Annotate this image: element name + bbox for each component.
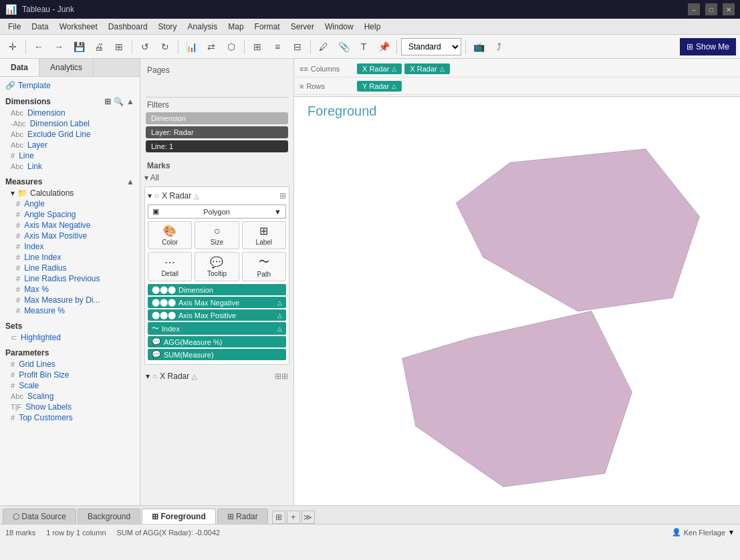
tab-resize-btn[interactable]: ⊞: [272, 511, 285, 524]
calc-line-radius[interactable]: # Line Radius: [5, 263, 140, 273]
close-button[interactable]: ✕: [723, 3, 735, 15]
show-me-button[interactable]: ⊞ Show Me: [680, 38, 736, 55]
param-show-labels[interactable]: T|F Show Labels: [0, 402, 140, 412]
fit-button[interactable]: ⊞: [249, 38, 266, 55]
detail-button[interactable]: ⋯ Detail: [148, 252, 192, 281]
redo-button[interactable]: ↻: [156, 38, 174, 55]
pin-icon[interactable]: 📌: [375, 38, 392, 55]
tab-foreground[interactable]: ⊞ Foreground: [142, 509, 216, 524]
calc-line-radius-prev[interactable]: # Line Radius Previous: [5, 273, 140, 284]
tooltip-button[interactable]: 💬 Tooltip: [195, 252, 239, 281]
filter-dimension[interactable]: Dimension: [146, 112, 288, 124]
dim-dimension-label[interactable]: -Abc Dimension Label: [0, 118, 140, 129]
param-scaling[interactable]: Abc Scaling: [0, 391, 140, 402]
filter-layer-radar[interactable]: Layer: Radar: [146, 126, 288, 138]
dim-dimension[interactable]: Abc Dimension: [0, 108, 140, 118]
col-icon[interactable]: ≡: [269, 38, 286, 55]
menu-help[interactable]: Help: [359, 21, 386, 33]
menu-analysis[interactable]: Analysis: [182, 21, 223, 33]
tab-nav-btn[interactable]: ≫: [301, 511, 315, 524]
sort-icon[interactable]: ⬡: [223, 38, 240, 55]
expand-icon[interactable]: ▲: [126, 97, 134, 106]
x-radar-2-collapse[interactable]: ▾: [146, 372, 150, 381]
view-dropdown[interactable]: Standard: [401, 38, 461, 55]
calc-index[interactable]: # Index: [5, 241, 140, 252]
menu-window[interactable]: Window: [320, 21, 359, 33]
pill-axis-max-pos[interactable]: ⬤⬤⬤ Axis Max Positive △: [148, 309, 286, 321]
menu-story[interactable]: Story: [153, 21, 182, 33]
data-source-button[interactable]: ⊞: [110, 38, 128, 55]
user-dropdown-btn[interactable]: ▼: [728, 529, 735, 536]
calc-line-index[interactable]: # Line Index: [5, 252, 140, 263]
columns-pill-1[interactable]: X Radar △: [357, 63, 402, 74]
menu-server[interactable]: Server: [285, 21, 320, 33]
dim-layer[interactable]: Abc Layer: [0, 140, 140, 150]
calc-measure-pct[interactable]: # Measure %: [5, 305, 140, 316]
row-icon[interactable]: ⊟: [289, 38, 306, 55]
dim-exclude-grid-line[interactable]: Abc Exclude Grid Line: [0, 129, 140, 140]
highlight-icon[interactable]: 🖊: [315, 38, 332, 55]
menu-data[interactable]: Data: [26, 21, 53, 33]
calc-max-pct[interactable]: # Max %: [5, 284, 140, 295]
pill-dots-icon-3: ⬤⬤⬤: [152, 311, 176, 319]
label-button[interactable]: ⊞ Label: [242, 221, 286, 249]
tab-background[interactable]: Background: [78, 509, 140, 524]
pill-agg-measure[interactable]: 💬 AGG(Measure %): [148, 336, 286, 347]
calc-angle[interactable]: # Angle: [5, 198, 140, 209]
annotation-icon[interactable]: 📎: [335, 38, 352, 55]
menu-file[interactable]: File: [3, 21, 26, 33]
tab-analytics[interactable]: Analytics: [39, 59, 94, 76]
x-radar-grid-icon[interactable]: ⊞: [279, 191, 286, 200]
save-button[interactable]: 💾: [70, 38, 88, 55]
share-icon[interactable]: ⤴: [490, 38, 507, 55]
menu-dashboard[interactable]: Dashboard: [103, 21, 153, 33]
tab-radar[interactable]: ⊞ Radar: [217, 509, 268, 524]
rows-pill-1[interactable]: Y Radar △: [357, 81, 402, 92]
swap-icon[interactable]: ⇄: [203, 38, 220, 55]
tab-add-btn[interactable]: +: [287, 511, 300, 524]
param-grid-lines[interactable]: # Grid Lines: [0, 359, 140, 370]
param-scale[interactable]: # Scale: [0, 380, 140, 391]
bar-chart-icon[interactable]: 📊: [182, 38, 200, 55]
pill-sum-measure[interactable]: 💬 SUM(Measure): [148, 349, 286, 360]
back-button[interactable]: ←: [30, 38, 47, 55]
pill-index[interactable]: 〜 Index △: [148, 322, 286, 335]
calc-axis-max-negative[interactable]: # Axis Max Negative: [5, 220, 140, 231]
maximize-button[interactable]: □: [705, 3, 717, 15]
menu-worksheet[interactable]: Worksheet: [54, 21, 103, 33]
crosshair-icon[interactable]: ✛: [4, 38, 21, 55]
tab-data[interactable]: Data: [0, 59, 39, 76]
mark-type-dropdown[interactable]: ▣ Polygon ▼: [148, 204, 286, 219]
print-button[interactable]: 🖨: [90, 38, 108, 55]
menu-map[interactable]: Map: [223, 21, 249, 33]
filter-line-1[interactable]: Line: 1: [146, 140, 288, 152]
template-row[interactable]: 🔗 Template: [0, 80, 140, 92]
grid-icon[interactable]: ⊞: [104, 97, 111, 106]
menu-format[interactable]: Format: [249, 21, 285, 33]
present-icon[interactable]: 📺: [470, 38, 487, 55]
x-radar-collapse[interactable]: ▾: [148, 191, 152, 200]
dim-link[interactable]: Abc Link: [0, 161, 140, 172]
x-radar-2-grid-icon[interactable]: ⊞⊞: [275, 372, 288, 381]
undo-button[interactable]: ↺: [136, 38, 154, 55]
color-button[interactable]: 🎨 Color: [148, 221, 192, 249]
param-profit-bin[interactable]: # Profit Bin Size: [0, 370, 140, 380]
size-button[interactable]: ○ Size: [195, 221, 239, 249]
calc-max-measure-di[interactable]: # Max Measure by Di...: [5, 295, 140, 305]
param-top-customers[interactable]: # Top Customers: [0, 412, 140, 423]
calc-axis-max-positive[interactable]: # Axis Max Positive: [5, 231, 140, 241]
search-icon[interactable]: 🔍: [114, 97, 124, 106]
calculations-header[interactable]: ▾ 📁 Calculations: [5, 188, 140, 198]
pill-dimension[interactable]: ⬤⬤⬤ Dimension: [148, 284, 286, 295]
calc-angle-spacing[interactable]: # Angle Spacing: [5, 209, 140, 220]
set-highlighted[interactable]: ⊂ Highlighted: [0, 332, 140, 343]
path-button[interactable]: 〜 Path: [242, 252, 286, 281]
measures-expand[interactable]: ▲: [126, 177, 134, 186]
minimize-button[interactable]: –: [688, 3, 700, 15]
pill-axis-max-neg[interactable]: ⬤⬤⬤ Axis Max Negative △: [148, 297, 286, 308]
dim-line[interactable]: # Line: [0, 150, 140, 161]
tab-data-source[interactable]: ⬡ Data Source: [3, 509, 76, 524]
columns-pill-2[interactable]: X Radar △: [404, 63, 449, 74]
forward-button[interactable]: →: [50, 38, 68, 55]
text-icon[interactable]: T: [355, 38, 372, 55]
